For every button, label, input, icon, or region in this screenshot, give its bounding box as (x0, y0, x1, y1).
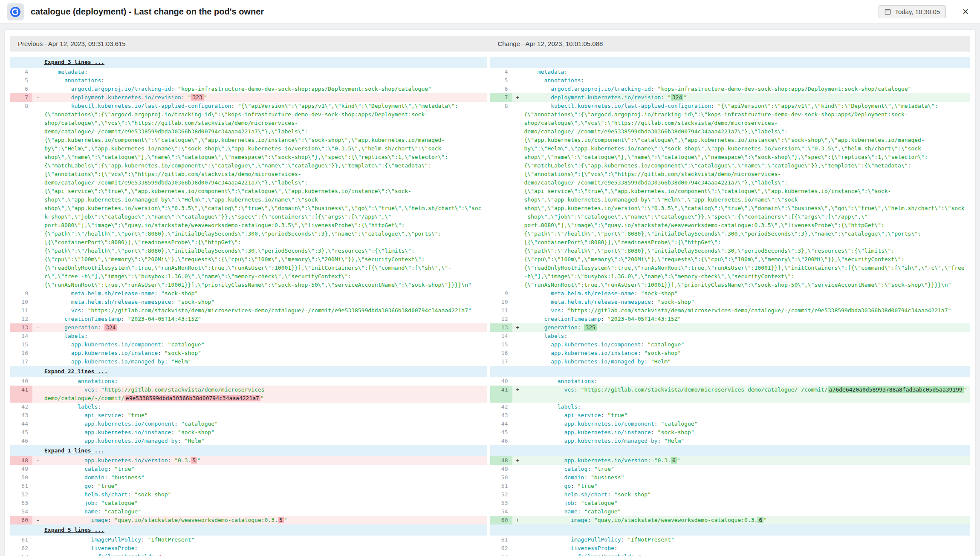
code-text: job: "catalogue" (44, 499, 487, 507)
line-number: 8 (490, 102, 512, 289)
line-number: 51 (10, 482, 32, 490)
previous-column-header: Previous - Apr 12, 2023, 09:31:03.615 (10, 36, 490, 52)
expand-link[interactable]: Expand 5 lines ... (44, 527, 104, 533)
code-text: go: "true" (44, 482, 487, 490)
line-number: 12 (490, 315, 512, 323)
diff-marker: + (512, 93, 524, 102)
code-text: meta.helm.sh/release-namespace: "sock-sh… (524, 298, 970, 306)
code-line: 52 helm.sh/chart: "sock-shop" (10, 490, 490, 499)
code-text: helm.sh/chart: "sock-shop" (524, 490, 970, 499)
line-number: 41 (10, 386, 32, 403)
code-line: 45 app.kubernetes.io/instance: "sock-sho… (10, 428, 490, 437)
code-text: failureThreshold: 3 (44, 553, 487, 556)
code-text: meta.helm.sh/release-name: "sock-shop" (44, 289, 487, 298)
line-number: 63 (10, 553, 32, 556)
code-line: 5 annotations: (490, 76, 970, 85)
diff-marker (32, 499, 44, 507)
line-number: 45 (10, 428, 32, 437)
diff-marker (512, 85, 524, 93)
close-icon[interactable]: ✕ (959, 5, 972, 18)
code-line: 48- app.kubernetes.io/version: "0.3.5" (10, 456, 490, 465)
line-number: 41 (490, 386, 512, 403)
line-number: 14 (490, 332, 512, 340)
diff-marker (32, 306, 44, 315)
code-text: argocd.argoproj.io/tracking-id: "kops-in… (524, 85, 970, 93)
code-line: 9 meta.helm.sh/release-name: "sock-shop" (490, 289, 970, 298)
time-selector-button[interactable]: Today, 10:30:05 (879, 5, 946, 18)
expand-link[interactable]: Expand 1 lines ... (44, 447, 104, 454)
calendar-icon (885, 9, 891, 15)
code-text: metadata: (44, 68, 487, 76)
code-line: 14 labels: (490, 332, 970, 340)
diff-marker: + (512, 323, 524, 332)
code-line: 12 creationTimestamp: "2023-04-05T14:43:… (490, 315, 970, 323)
diff-marker (32, 420, 44, 428)
code-text: labels: (524, 332, 970, 340)
diff-marker (32, 357, 44, 366)
code-line: 9 meta.helm.sh/release-name: "sock-shop" (10, 289, 490, 298)
line-number: 42 (490, 403, 512, 411)
code-text: app.kubernetes.io/managed-by: "Helm" (44, 357, 487, 366)
code-line: 41+ vcs: "https://gitlab.com/stackvista/… (490, 386, 970, 403)
code-text: vcs: "https://gitlab.com/stackvista/demo… (524, 306, 970, 315)
code-text: deployment.kubernetes.io/revision: "324" (524, 93, 970, 102)
code-line: 16 app.kubernetes.io/instance: "sock-sho… (490, 349, 970, 357)
diff-marker (32, 315, 44, 323)
expand-link[interactable]: Expand 22 lines ... (44, 368, 108, 375)
line-number: 6 (490, 85, 512, 93)
code-text: app.kubernetes.io/managed-by: "Helm" (524, 357, 970, 366)
line-number: 13 (490, 323, 512, 332)
line-number: 52 (490, 490, 512, 499)
code-line: 13- generation: 324 (10, 323, 490, 332)
code-text: helm.sh/chart: "sock-shop" (44, 490, 487, 499)
line-number: 15 (490, 340, 512, 349)
diff-marker (512, 411, 524, 420)
line-number: 8 (10, 102, 32, 289)
diff-marker (32, 403, 44, 411)
diff-card: Previous - Apr 12, 2023, 09:31:03.615 Ch… (5, 30, 975, 556)
code-text (524, 529, 970, 531)
line-number: 50 (10, 473, 32, 482)
diff-marker (32, 102, 44, 289)
diff-marker: - (32, 323, 44, 332)
code-text: kubectl.kubernetes.io/last-applied-confi… (524, 102, 970, 289)
diff-marker (512, 473, 524, 482)
line-number: 48 (490, 456, 512, 465)
code-line: 40 annotations: (10, 377, 490, 386)
diff-marker (512, 490, 524, 499)
code-text: app.kubernetes.io/managed-by: "Helm" (44, 437, 487, 445)
expand-link[interactable]: Expand 3 lines ... (44, 59, 104, 65)
diff-marker (512, 437, 524, 445)
diff-marker (512, 298, 524, 306)
code-line: 44 app.kubernetes.io/component: "catalog… (10, 420, 490, 428)
diff-marker: - (32, 386, 44, 403)
code-line: 8 kubectl.kubernetes.io/last-applied-con… (10, 102, 490, 289)
line-number: 43 (490, 411, 512, 420)
line-number: 4 (10, 68, 32, 76)
line-number: 53 (490, 499, 512, 507)
code-line: 60- image: "quay.io/stackstate/weavework… (10, 516, 490, 524)
code-text: domain: "business" (524, 473, 970, 482)
expand-row (490, 57, 970, 68)
diff-marker (32, 553, 44, 556)
diff-marker: - (32, 456, 44, 465)
code-text: Expand 3 lines ... (44, 57, 487, 68)
code-text: imagePullPolicy: "IfNotPresent" (44, 536, 487, 544)
diff-marker (32, 428, 44, 437)
code-text: domain: "business" (44, 473, 487, 482)
code-line: 51 go: "true" (490, 482, 970, 490)
code-line: 51 go: "true" (10, 482, 490, 490)
diff-marker (512, 499, 524, 507)
code-text: annotations: (44, 76, 487, 85)
diff-marker (512, 332, 524, 340)
diff-marker (512, 306, 524, 315)
code-text: imagePullPolicy: "IfNotPresent" (524, 536, 970, 544)
code-text: app.kubernetes.io/instance: "sock-shop" (44, 428, 487, 437)
code-text: labels: (44, 332, 487, 340)
code-line: 48+ app.kubernetes.io/version: "0.3.6" (490, 456, 970, 465)
code-line: 53 job: "catalogue" (490, 499, 970, 507)
code-line: 42 labels: (490, 403, 970, 411)
code-text: annotations: (524, 76, 970, 85)
code-line: 14 labels: (10, 332, 490, 340)
diff-marker (32, 437, 44, 445)
